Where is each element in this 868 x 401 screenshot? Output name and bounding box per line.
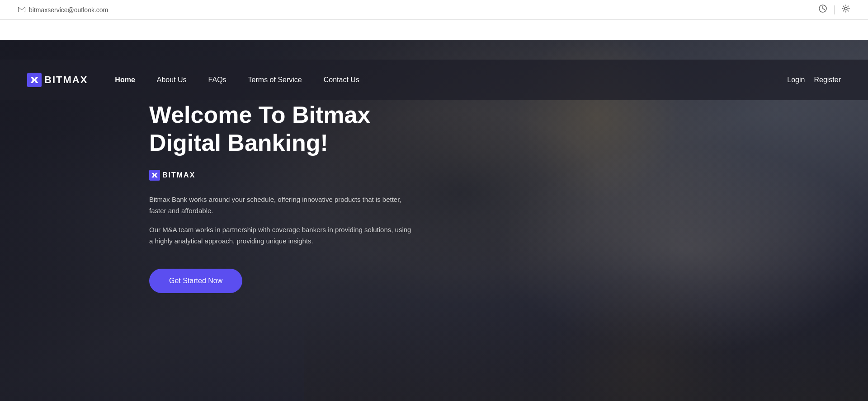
brand-logo-icon [27, 73, 42, 87]
email-address: bitmaxservice@outlook.com [29, 6, 108, 14]
settings-icon[interactable] [842, 5, 850, 15]
hero-description-2: Our M&A team works in partnership with c… [149, 224, 411, 247]
get-started-button[interactable]: Get Started Now [149, 269, 242, 293]
nav-faqs-link[interactable]: FAQs [199, 72, 236, 87]
clock-icon[interactable] [819, 5, 827, 15]
brand-logo-link[interactable]: BITMAX [27, 73, 88, 87]
top-bar-icons [819, 5, 850, 15]
main-nav: Home About Us FAQs Terms of Service Cont… [106, 76, 787, 84]
nav-about-link[interactable]: About Us [148, 72, 196, 87]
top-bar-divider [834, 5, 835, 14]
register-link[interactable]: Register [814, 76, 841, 84]
hero-brand-logo-small-icon [149, 170, 160, 181]
hero-section: BITMAX Home About Us FAQs Terms of Servi… [0, 40, 868, 401]
navbar: BITMAX Home About Us FAQs Terms of Servi… [0, 60, 868, 100]
hero-title: Welcome To Bitmax Digital Banking! [149, 101, 411, 157]
nav-terms-link[interactable]: Terms of Service [239, 72, 311, 87]
nav-item-faqs[interactable]: FAQs [199, 76, 236, 84]
navbar-auth: Login Register [787, 76, 841, 84]
nav-item-contact[interactable]: Contact Us [315, 76, 368, 84]
top-bar-email-section: bitmaxservice@outlook.com [18, 6, 108, 14]
nav-item-about[interactable]: About Us [148, 76, 196, 84]
nav-contact-link[interactable]: Contact Us [315, 72, 368, 87]
svg-point-2 [844, 7, 847, 10]
hero-content: Welcome To Bitmax Digital Banking! BITMA… [149, 101, 411, 293]
login-link[interactable]: Login [787, 76, 805, 84]
brand-name-text: BITMAX [44, 74, 88, 86]
nav-home-link[interactable]: Home [106, 72, 144, 87]
hero-brand-small: BITMAX [149, 170, 411, 181]
envelope-icon [18, 6, 25, 14]
hero-description-1: Bitmax Bank works around your schedule, … [149, 194, 411, 217]
nav-item-terms[interactable]: Terms of Service [239, 76, 311, 84]
top-bar: bitmaxservice@outlook.com [0, 0, 868, 20]
hero-brand-name-small: BITMAX [162, 171, 195, 179]
nav-item-home[interactable]: Home [106, 76, 144, 84]
